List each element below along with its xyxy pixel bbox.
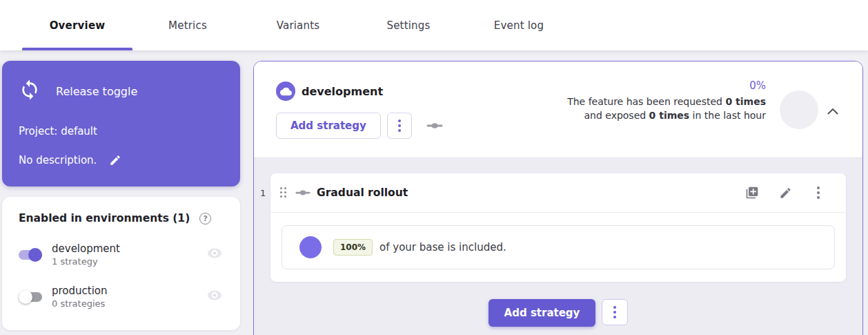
environment-accordion: development Add strategy 0% The feature …: [253, 61, 863, 335]
usage-donut-chart: [780, 90, 818, 129]
tab-settings[interactable]: Settings: [353, 0, 464, 50]
strategy-card: Gradual rollout: [270, 173, 846, 282]
usage-line-1: The feature has been requested 0 times: [545, 95, 766, 108]
tab-event-log[interactable]: Event log: [464, 0, 574, 50]
tab-overview[interactable]: Overview: [22, 0, 132, 50]
strategy-index: 1: [260, 188, 266, 198]
environment-strategy-count: 1 strategy: [52, 256, 207, 267]
rollout-summary-box: 100% of your base is included.: [282, 225, 835, 269]
environment-row-production: production 0 strategies: [19, 285, 224, 309]
footer-more-actions-button[interactable]: [602, 299, 628, 325]
copy-strategy-icon[interactable]: [744, 186, 760, 200]
active-tab-underline: [22, 48, 132, 50]
tab-overview-label: Overview: [50, 19, 106, 32]
collapse-chevron-icon[interactable]: [827, 104, 838, 117]
strategies-section: 1 Gradual rollout: [254, 157, 862, 335]
tab-event-log-label: Event log: [494, 19, 544, 32]
strategy-segment-icon: [426, 119, 443, 133]
tab-metrics[interactable]: Metrics: [132, 0, 243, 50]
toggle-knob: [19, 290, 32, 304]
environment-title: development: [302, 85, 383, 98]
project-label: Project: default: [19, 125, 224, 137]
environment-strategy-count: 0 strategies: [52, 298, 207, 309]
strategy-more-actions-icon[interactable]: [810, 186, 827, 199]
edit-description-icon[interactable]: [109, 154, 121, 166]
environment-name: production: [52, 285, 207, 297]
strategy-header: Gradual rollout: [270, 173, 846, 213]
release-toggle-icon: [19, 79, 41, 104]
rollout-percent-badge: 100%: [333, 239, 373, 256]
environment-row-development: development 1 strategy: [19, 242, 224, 267]
toggle-knob: [28, 248, 42, 262]
rollout-donut-chart: [299, 236, 322, 258]
usage-line-2: and exposed 0 times in the last hour: [545, 108, 766, 122]
tab-variants[interactable]: Variants: [243, 0, 353, 50]
environment-name: development: [52, 242, 207, 255]
usage-percent: 0%: [545, 79, 766, 92]
drag-handle-icon[interactable]: [280, 187, 287, 198]
feature-type-label: Release toggle: [56, 85, 137, 98]
strategy-name: Gradual rollout: [317, 186, 408, 199]
feature-type-card: Release toggle Project: default No descr…: [2, 61, 240, 186]
environment-more-actions-button[interactable]: [387, 113, 412, 139]
tab-variants-label: Variants: [277, 19, 320, 32]
eye-icon[interactable]: [207, 248, 222, 261]
usage-summary: 0% The feature has been requested 0 time…: [545, 79, 766, 122]
help-icon[interactable]: ?: [199, 213, 211, 224]
left-sidebar: Release toggle Project: default No descr…: [2, 61, 240, 330]
environments-panel-title: Enabled in environments (1): [19, 212, 190, 224]
environment-cloud-icon: [276, 82, 295, 101]
tab-metrics-label: Metrics: [168, 19, 207, 32]
feature-tab-bar: Overview Metrics Variants Settings Event…: [0, 0, 868, 50]
add-strategy-button-footer[interactable]: Add strategy: [489, 299, 596, 327]
eye-icon[interactable]: [207, 290, 222, 303]
development-toggle[interactable]: [19, 248, 42, 262]
strategy-segment-icon: [295, 186, 310, 200]
environments-panel: Enabled in environments (1) ? developmen…: [2, 197, 240, 330]
tab-settings-label: Settings: [386, 19, 430, 32]
rollout-description: of your base is included.: [379, 241, 506, 253]
environment-header: development Add strategy 0% The feature …: [254, 61, 862, 157]
description-text: No description.: [19, 154, 97, 166]
production-toggle[interactable]: [19, 290, 42, 304]
edit-strategy-icon[interactable]: [777, 186, 793, 200]
add-strategy-button[interactable]: Add strategy: [276, 113, 381, 139]
